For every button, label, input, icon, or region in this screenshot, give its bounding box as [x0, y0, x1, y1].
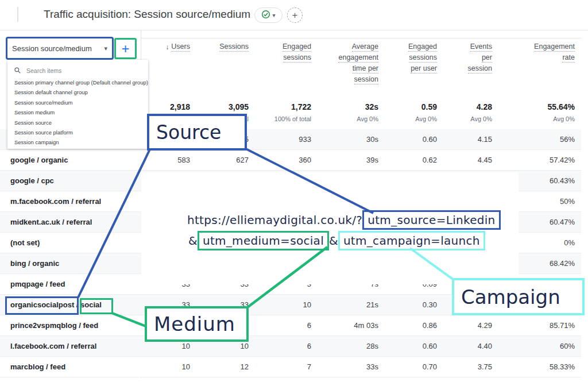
header-divider [0, 30, 588, 30]
column-header-line: per [482, 53, 492, 63]
table-row: l.facebook.com / referral 10 10 6 28s 0.… [0, 336, 581, 357]
totals-value: 4.28 [477, 101, 492, 113]
dimension-cell: (not set) [0, 233, 141, 253]
column-header-line: Users [171, 43, 190, 52]
search-input[interactable] [26, 67, 124, 74]
utm-campaign-param: utm_campaign=launch [338, 231, 485, 250]
dimension-option[interactable]: Session primary channel group (Default c… [14, 78, 148, 87]
column-header-line: Events [470, 43, 492, 52]
engaged-sessions-cell: 360 [249, 150, 311, 170]
totals-sub-label: Avg 0% [415, 115, 437, 122]
column-header-line: Engaged [283, 43, 311, 52]
engaged-sessions-cell: 10 [249, 295, 311, 315]
utm-url-line2: &utm_medium=social&utm_campaign=launch [188, 231, 485, 250]
column-header-6[interactable]: Engagementrate [492, 43, 581, 86]
avg-engagement-time-cell: 21s [311, 295, 378, 315]
engaged-sessions-per-user-cell: 0.60 [378, 129, 437, 149]
dimension-cell: google / organic [0, 150, 141, 170]
totals-cell-2: 1,722100% of total [249, 101, 311, 122]
medium-highlight-frame [80, 298, 113, 314]
events-per-session-cell: 4.15 [437, 129, 492, 149]
dimension-cell: bing / organic [0, 253, 141, 273]
totals-value: 32s [365, 101, 378, 113]
dimension-option[interactable]: Session campaign [14, 137, 148, 147]
sort-arrow-icon: ↓ [165, 43, 169, 51]
ampersand: & [188, 234, 198, 248]
totals-cell-4: 0.59Avg 0% [378, 101, 437, 122]
events-per-session-cell: 4.40 [437, 336, 492, 356]
dimension-cell: google / cpc [0, 171, 141, 191]
column-header-4[interactable]: Engagedsessionsper user [378, 43, 437, 86]
campaign-annotation-label: Campaign [452, 278, 585, 315]
dimension-dropdown-menu: Session primary channel group (Default c… [7, 60, 148, 149]
dimension-cell: prince2vspmqblog / feed [0, 315, 141, 335]
dimension-cell: midkent.ac.uk / referral [0, 212, 141, 232]
column-header-5[interactable]: Eventspersession [437, 43, 492, 86]
table-row: marcblog / feed 10 12 7 33s 0.70 3.75 58… [0, 357, 581, 377]
totals-sub-label: Avg 0% [553, 115, 575, 122]
column-header-line: sessions [409, 53, 437, 63]
traffic-acquisition-report: Traffic acquisition: Session source/medi… [0, 0, 588, 382]
totals-value: 3,095 [229, 101, 249, 113]
report-header: Traffic acquisition: Session source/medi… [0, 0, 588, 30]
events-per-session-cell: 3.75 [437, 357, 492, 377]
column-header-line: Average [352, 43, 378, 52]
dimension-option[interactable]: Session source platform [14, 128, 148, 137]
avg-engagement-time-cell: 28s [311, 336, 378, 356]
column-header-line: rate [562, 53, 575, 63]
table-row: prince2vspmqblog / feed 7 6 4m 03s 0.86 … [0, 315, 581, 336]
dimension-options-list: Session primary channel group (Default c… [14, 78, 148, 148]
column-header-line: session [354, 75, 378, 84]
column-header-3[interactable]: Averageengagementtime persession [311, 43, 378, 86]
dimension-picker-button[interactable]: Session source/medium ▾ [6, 37, 114, 60]
users-cell: 10 [141, 357, 190, 377]
add-comparison-button[interactable]: + [287, 7, 303, 23]
dimension-picker-value: Session source/medium [12, 44, 104, 53]
totals-sub-label: 100% of total [274, 115, 311, 122]
sessions-cell: 12 [190, 357, 249, 377]
engagement-rate-cell: 57.42% [492, 150, 581, 170]
column-header-line: Sessions [219, 43, 249, 52]
totals-cell-3: 32sAvg 0% [311, 101, 378, 122]
source-highlight-frame [5, 296, 79, 315]
search-icon [14, 65, 21, 76]
add-secondary-dimension-button[interactable]: + [114, 38, 137, 59]
page-title: Traffic acquisition: Session source/medi… [44, 8, 250, 21]
sessions-cell: 627 [190, 150, 249, 170]
engaged-sessions-per-user-cell: 0.62 [378, 150, 437, 170]
engaged-sessions-cell: 6 [249, 315, 311, 335]
engaged-sessions-per-user-cell: 0.60 [378, 336, 437, 356]
engagement-rate-cell: 56% [492, 129, 581, 149]
caret-down-icon: ▾ [104, 45, 107, 52]
column-header-line: session [468, 64, 492, 74]
engaged-sessions-per-user-cell: 0.86 [378, 315, 437, 335]
dimension-search-row [14, 64, 148, 78]
column-header-1[interactable]: Sessions [190, 43, 249, 86]
engaged-sessions-cell: 6 [249, 336, 311, 356]
dimension-option[interactable]: Session medium [14, 107, 148, 117]
url-prefix: https://elliemaydigital.co.uk/? [187, 213, 362, 227]
dimension-option[interactable]: Session source [14, 118, 148, 128]
engagement-rate-cell: 58.33% [492, 357, 581, 377]
medium-annotation-label: Medium [145, 306, 249, 342]
data-quality-badge[interactable]: ▾ [254, 7, 283, 23]
events-per-session-cell: 4.29 [437, 315, 492, 335]
column-header-line: sessions [283, 53, 311, 63]
table-row: google / organic 583 627 360 39s 0.62 4.… [0, 150, 581, 171]
totals-value: 1,722 [291, 101, 311, 113]
dimension-option[interactable]: Session source/medium [14, 98, 148, 107]
events-per-session-cell: 4.45 [437, 150, 492, 170]
utm-source-param: utm_source=Linkedin [362, 210, 500, 230]
source-annotation-label: Source [147, 114, 247, 151]
dimension-option[interactable]: Session default channel group [14, 87, 148, 97]
dimension-cell: m.facebook.com / referral [0, 191, 141, 211]
column-header-line: time per [353, 64, 378, 74]
totals-sub-label: Avg 0% [470, 115, 492, 122]
column-header-line: Engaged [408, 43, 437, 52]
column-header-2[interactable]: Engagedsessions [249, 43, 311, 86]
engagement-rate-cell: 60% [492, 336, 581, 356]
totals-value: 55.64% [548, 101, 575, 113]
avg-engagement-time-cell: 39s [311, 150, 378, 170]
totals-sub-label: Avg 0% [357, 115, 378, 122]
totals-cell-6: 55.64%Avg 0% [492, 101, 581, 122]
